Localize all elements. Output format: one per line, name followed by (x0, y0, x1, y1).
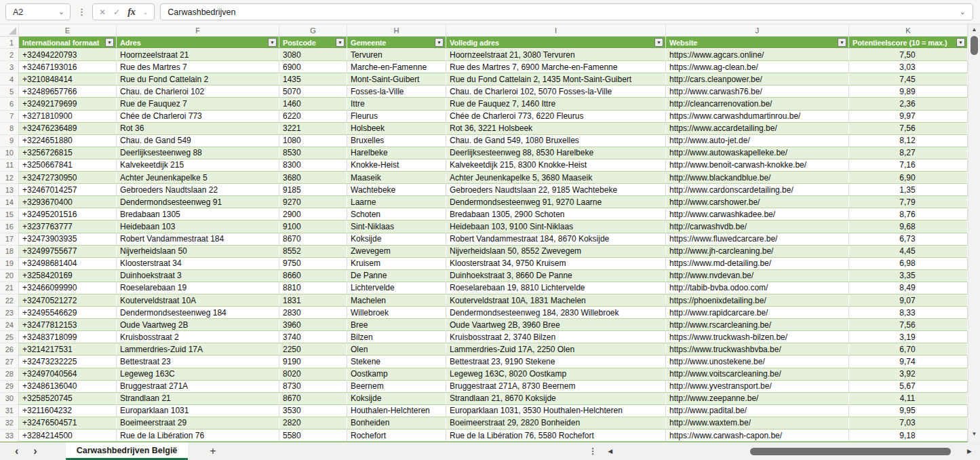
cell-website[interactable]: https://www.accardetailing.be/ (666, 123, 849, 135)
cell-adres[interactable]: Dendermondsesteenweg 91 (117, 196, 279, 208)
cell-internationaal_formaat[interactable]: +32486136040 (19, 381, 117, 393)
cell-website[interactable]: http://www.carwashkadee.be/ (666, 208, 849, 221)
cell-postcode[interactable]: 2830 (279, 307, 347, 319)
cell-postcode[interactable]: 1080 (279, 135, 347, 147)
row-number[interactable]: 27 (0, 356, 19, 368)
cell-adres[interactable]: Duinhoekstraat 3 (117, 270, 279, 282)
scroll-left-icon[interactable]: ◀ (608, 448, 612, 455)
cell-gemeente[interactable]: Olen (347, 343, 446, 356)
cell-gemeente[interactable]: Sint-Niklaas (347, 221, 446, 233)
row-number[interactable]: 7 (0, 111, 19, 123)
cell-potentieelscore[interactable]: 8,12 (849, 135, 968, 147)
cell-volledig_adres[interactable]: Bruggestraat 271A, 8730 Beernem (446, 381, 666, 393)
cell-potentieelscore[interactable]: 1,35 (849, 184, 968, 196)
cell-gemeente[interactable]: De Panne (347, 270, 446, 282)
row-number[interactable]: 25 (0, 331, 19, 343)
cell-potentieelscore[interactable]: 7,56 (849, 319, 968, 331)
cell-gemeente[interactable]: Tervuren (347, 49, 446, 61)
cell-internationaal_formaat[interactable]: +3258520745 (19, 393, 117, 405)
horizontal-scrollbar[interactable] (619, 448, 961, 455)
cell-volledig_adres[interactable]: Rue des Martres 7, 6900 Marche-en-Famenn… (446, 61, 666, 73)
cell-postcode[interactable]: 2820 (279, 417, 347, 429)
cell-gemeente[interactable]: Holsbeek (347, 123, 446, 135)
cell-volledig_adres[interactable]: Nijverheidslaan 50, 8552 Zwevegem (446, 246, 666, 258)
cell-gemeente[interactable]: Houthalen-Helchteren (347, 405, 446, 417)
row-number[interactable]: 11 (0, 159, 19, 172)
cell-potentieelscore[interactable]: 9,68 (849, 221, 968, 233)
cell-gemeente[interactable]: Wachtebeke (347, 184, 446, 196)
fx-icon[interactable]: fx (128, 7, 136, 17)
cell-postcode[interactable]: 3680 (279, 172, 347, 184)
cell-potentieelscore[interactable]: 4,11 (849, 393, 968, 405)
cell-potentieelscore[interactable]: 3,92 (849, 368, 968, 381)
header-cell-volledig_adres[interactable]: Volledig adres▼ (446, 37, 666, 49)
scroll-up-icon[interactable]: ▲ (972, 27, 977, 33)
horizontal-scrollbar-thumb[interactable] (750, 448, 951, 455)
row-number[interactable]: 14 (0, 196, 19, 208)
confirm-icon[interactable]: ✓ (113, 8, 120, 16)
cell-internationaal_formaat[interactable]: +3210848414 (19, 73, 117, 85)
cell-website[interactable]: http://cleancarrenovation.be/ (666, 98, 849, 110)
add-sheet-icon[interactable]: + (210, 446, 216, 457)
cell-adres[interactable]: Gebroeders Naudtslaan 22 (117, 184, 279, 196)
cell-website[interactable]: http://www.benoit-carwash-knokke.be/ (666, 159, 849, 172)
header-cell-website[interactable]: Website▼ (666, 37, 849, 49)
scroll-right-icon[interactable]: ▶ (967, 448, 972, 455)
cell-internationaal_formaat[interactable]: +3284214500 (19, 429, 117, 442)
cell-website[interactable]: http://www.rapidcarcare.be/ (666, 307, 849, 319)
cancel-icon[interactable]: ✕ (99, 8, 106, 16)
cell-postcode[interactable]: 8670 (279, 393, 347, 405)
cell-internationaal_formaat[interactable]: +3250667841 (19, 159, 117, 172)
cell-website[interactable]: http://carwashvdb.be/ (666, 221, 849, 233)
cell-internationaal_formaat[interactable]: +32467014257 (19, 184, 117, 196)
row-number[interactable]: 4 (0, 73, 19, 85)
cell-website[interactable]: http://cars.cleanpower.be/ (666, 73, 849, 85)
cell-volledig_adres[interactable]: Rue du Fond Cattelain 2, 1435 Mont-Saint… (446, 73, 666, 85)
cell-adres[interactable]: Nijverheidslaan 50 (117, 246, 279, 258)
cell-volledig_adres[interactable]: Rue de Fauquez 7, 1460 Ittre (446, 98, 666, 110)
row-number[interactable]: 32 (0, 417, 19, 429)
cell-website[interactable]: https://www.agcars.online/ (666, 49, 849, 61)
row-number[interactable]: 30 (0, 393, 19, 405)
row-number[interactable]: 3 (0, 61, 19, 73)
cell-postcode[interactable]: 1460 (279, 98, 347, 110)
cell-gemeente[interactable]: Bonheiden (347, 417, 446, 429)
name-box[interactable]: A2 ⌄ (5, 3, 71, 20)
cell-website[interactable]: http://tabib-bvba.odoo.com/ (666, 282, 849, 294)
cell-potentieelscore[interactable]: 3,35 (849, 270, 968, 282)
formula-bar-expand-icon[interactable]: ⌄ (960, 8, 966, 16)
cell-postcode[interactable]: 8670 (279, 233, 347, 246)
cell-potentieelscore[interactable]: 9,89 (849, 85, 968, 98)
row-number[interactable]: 10 (0, 147, 19, 159)
cell-potentieelscore[interactable]: 7,50 (849, 49, 968, 61)
cell-potentieelscore[interactable]: 8,49 (849, 282, 968, 294)
chevron-down-icon[interactable]: ⌄ (58, 8, 64, 16)
cell-website[interactable]: http://www.padital.be/ (666, 405, 849, 417)
row-number[interactable]: 12 (0, 172, 19, 184)
row-number[interactable]: 26 (0, 343, 19, 356)
cell-potentieelscore[interactable]: 7,16 (849, 159, 968, 172)
cell-volledig_adres[interactable]: Lammerdries-Zuid 17A, 2250 Olen (446, 343, 666, 356)
cell-postcode[interactable]: 9750 (279, 258, 347, 270)
cell-postcode[interactable]: 3740 (279, 331, 347, 343)
cell-volledig_adres[interactable]: Heidebaan 103, 9100 Sint-Niklaas (446, 221, 666, 233)
cell-volledig_adres[interactable]: Kalvekeetdijk 215, 8300 Knokke-Heist (446, 159, 666, 172)
cell-adres[interactable]: Chau. de Charleroi 102 (117, 85, 279, 98)
header-cell-internationaal_formaat[interactable]: Internationaal formaat▼ (19, 37, 117, 49)
cell-postcode[interactable]: 5580 (279, 429, 347, 442)
cell-adres[interactable]: Kruisbosstraat 2 (117, 331, 279, 343)
cell-volledig_adres[interactable]: Strandlaan 21, 8670 Koksijde (446, 393, 666, 405)
cell-volledig_adres[interactable]: Kouterveldstraat 10A, 1831 Machelen (446, 294, 666, 307)
cell-volledig_adres[interactable]: Hoornzeelstraat 21, 3080 Tervuren (446, 49, 666, 61)
row-number[interactable]: 23 (0, 307, 19, 319)
cell-volledig_adres[interactable]: Roeselarebaan 19, 8810 Lichtervelde (446, 282, 666, 294)
header-cell-adres[interactable]: Adres▼ (117, 37, 279, 49)
cell-gemeente[interactable]: Ittre (347, 98, 446, 110)
cell-adres[interactable]: Deerlijksesteenweg 88 (117, 147, 279, 159)
cell-adres[interactable]: Bredabaan 1305 (117, 208, 279, 221)
cell-postcode[interactable]: 1831 (279, 294, 347, 307)
cell-adres[interactable]: Rue de la Libération 76 (117, 429, 279, 442)
filter-button-volledig_adres[interactable]: ▼ (654, 38, 663, 47)
cell-gemeente[interactable]: Lichtervelde (347, 282, 446, 294)
cell-postcode[interactable]: 6900 (279, 61, 347, 73)
